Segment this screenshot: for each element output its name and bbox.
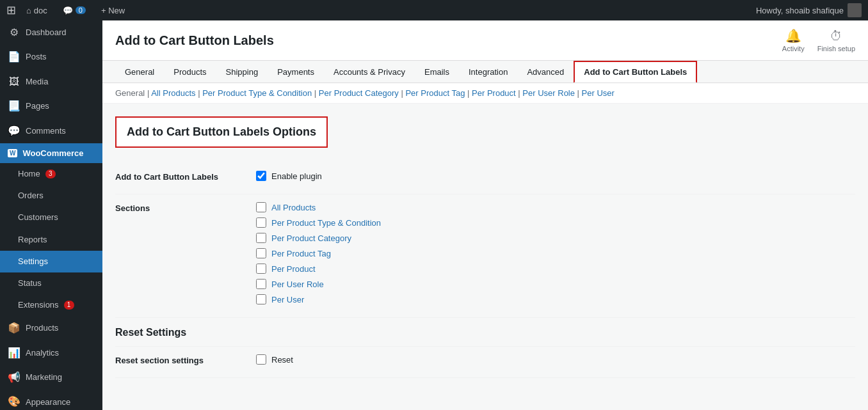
sidebar-item-posts[interactable]: 📄 Posts [0, 45, 102, 69]
tab-add-to-cart-button-labels[interactable]: Add to Cart Button Labels [574, 61, 697, 83]
analytics-icon: 📊 [8, 346, 20, 360]
reports-label: Reports [18, 234, 47, 246]
sidebar-item-pages[interactable]: 📃 Pages [0, 94, 102, 118]
woocommerce-header[interactable]: W WooCommerce [0, 143, 102, 163]
enable-plugin-checkbox[interactable] [256, 171, 266, 181]
reset-checkbox[interactable] [256, 354, 266, 365]
comment-icon: 💬 [63, 6, 73, 15]
sidebar-item-customers[interactable]: Customers [0, 207, 102, 228]
section-per-user: Per User [256, 294, 855, 304]
sidebar-item-appearance[interactable]: 🎨 Appearance [0, 390, 102, 410]
tab-emails[interactable]: Emails [415, 61, 459, 82]
extensions-badge: 1 [64, 301, 74, 310]
comments-link[interactable]: 💬 0 [58, 0, 91, 20]
section-per-product-category: Per Product Category [256, 233, 855, 243]
sidebar-item-home[interactable]: Home 3 [0, 163, 102, 185]
finish-setup-action[interactable]: ⏱ Finish setup [817, 29, 855, 52]
section-per-product-type-checkbox[interactable] [256, 217, 266, 228]
sidebar-item-media[interactable]: 🖼 Media [0, 70, 102, 94]
sidebar-item-orders[interactable]: Orders [0, 185, 102, 207]
sections-row: Sections All Products Per Product Type &… [115, 194, 855, 318]
sidebar-item-extensions[interactable]: Extensions 1 [0, 294, 102, 316]
settings-content: Add to Cart Button Labels Options Add to… [102, 104, 868, 410]
sidebar-label-pages: Pages [26, 100, 49, 112]
extensions-label: Extensions [18, 299, 59, 311]
tab-general[interactable]: General [115, 61, 164, 82]
sidebar: ⚙ Dashboard 📄 Posts 🖼 Media 📃 Pages 💬 Co… [0, 20, 102, 410]
header-actions: 🔔 Activity ⏱ Finish setup [782, 28, 855, 52]
section-all-products-link[interactable]: All Products [271, 203, 316, 212]
activity-icon: 🔔 [785, 28, 801, 43]
sub-nav-per-product-tag[interactable]: Per Product Tag [405, 88, 465, 98]
sidebar-label-products: Products [26, 322, 58, 334]
new-link[interactable]: + New [96, 0, 130, 20]
woo-icon: W [8, 149, 17, 157]
sub-nav-sep-5: | [467, 88, 472, 98]
sub-nav-sep-3: | [314, 88, 319, 98]
section-all-products-checkbox[interactable] [256, 202, 266, 212]
sub-nav-per-product-category[interactable]: Per Product Category [319, 88, 399, 98]
reset-section-row: Reset section settings Reset [115, 347, 855, 378]
pages-icon: 📃 [8, 99, 20, 113]
section-per-product-category-link[interactable]: Per Product Category [271, 233, 351, 243]
sub-nav-per-product[interactable]: Per Product [472, 88, 516, 98]
sidebar-label-marketing: Marketing [26, 372, 62, 383]
sidebar-label-posts: Posts [26, 51, 47, 63]
reset-checkbox-row: Reset [256, 354, 855, 365]
sidebar-item-settings[interactable]: Settings [0, 251, 102, 272]
section-per-user-role-link[interactable]: Per User Role [271, 280, 324, 289]
sub-nav-sep-7: | [577, 88, 582, 98]
sidebar-item-products[interactable]: 📦 Products [0, 316, 102, 340]
activity-label: Activity [782, 45, 805, 52]
sections-control: All Products Per Product Type & Conditio… [256, 202, 855, 310]
options-box: Add to Cart Button Labels Options [115, 116, 328, 148]
section-per-user-role-checkbox[interactable] [256, 279, 266, 289]
sidebar-item-comments[interactable]: 💬 Comments [0, 119, 102, 143]
section-per-product-tag-link[interactable]: Per Product Tag [271, 249, 331, 258]
sidebar-label-dashboard: Dashboard [26, 27, 67, 38]
tab-accounts-privacy[interactable]: Accounts & Privacy [324, 61, 415, 82]
sub-nav-all-products[interactable]: All Products [151, 88, 195, 98]
wp-logo-icon[interactable]: ⊞ [6, 3, 16, 17]
section-per-user-link[interactable]: Per User [271, 295, 304, 304]
tab-shipping[interactable]: Shipping [216, 61, 268, 82]
sidebar-item-status[interactable]: Status [0, 272, 102, 294]
products-icon: 📦 [8, 321, 20, 335]
sub-nav-per-user-role[interactable]: Per User Role [522, 88, 575, 98]
sub-nav-per-user[interactable]: Per User [582, 88, 615, 98]
dashboard-icon: ⚙ [8, 26, 20, 40]
sidebar-item-dashboard[interactable]: ⚙ Dashboard [0, 20, 102, 45]
tab-products[interactable]: Products [164, 61, 216, 82]
sidebar-item-analytics[interactable]: 📊 Analytics [0, 341, 102, 365]
section-per-user-role: Per User Role [256, 279, 855, 289]
section-per-product-label: Per Product [271, 264, 316, 274]
section-per-product-tag-checkbox[interactable] [256, 248, 266, 258]
activity-action[interactable]: 🔔 Activity [782, 28, 805, 52]
tab-integration[interactable]: Integration [459, 61, 517, 82]
add-to-cart-row: Add to Cart Button Labels Enable plugin [115, 163, 855, 194]
sidebar-item-marketing[interactable]: 📢 Marketing [0, 365, 102, 390]
section-per-product-checkbox[interactable] [256, 264, 266, 274]
section-per-user-label: Per User [271, 295, 304, 304]
tab-payments[interactable]: Payments [268, 61, 324, 82]
avatar [848, 3, 862, 17]
sidebar-item-reports[interactable]: Reports [0, 229, 102, 251]
section-per-product-link[interactable]: Per Product [271, 264, 316, 274]
finish-setup-icon: ⏱ [830, 29, 842, 43]
content-area: Add to Cart Button Labels 🔔 Activity ⏱ F… [102, 20, 868, 410]
user-menu[interactable]: Howdy, shoaib shafique [756, 3, 862, 17]
reset-checkbox-label: Reset [271, 355, 293, 365]
site-link[interactable]: ⌂ doc [21, 0, 52, 20]
home-icon: ⌂ [26, 6, 31, 15]
section-per-user-checkbox[interactable] [256, 294, 266, 304]
section-per-product-type-link[interactable]: Per Product Type & Condition [271, 218, 381, 228]
comments-icon: 💬 [8, 124, 20, 138]
section-per-product: Per Product [256, 264, 855, 274]
section-per-product-category-checkbox[interactable] [256, 233, 266, 243]
reset-settings-title: Reset Settings [115, 327, 186, 338]
sub-nav-per-product-type[interactable]: Per Product Type & Condition [202, 88, 312, 98]
page-title: Add to Cart Button Labels [115, 33, 274, 48]
sidebar-label-appearance: Appearance [26, 397, 70, 408]
sections-label: Sections [115, 202, 256, 213]
tab-advanced[interactable]: Advanced [517, 61, 574, 82]
